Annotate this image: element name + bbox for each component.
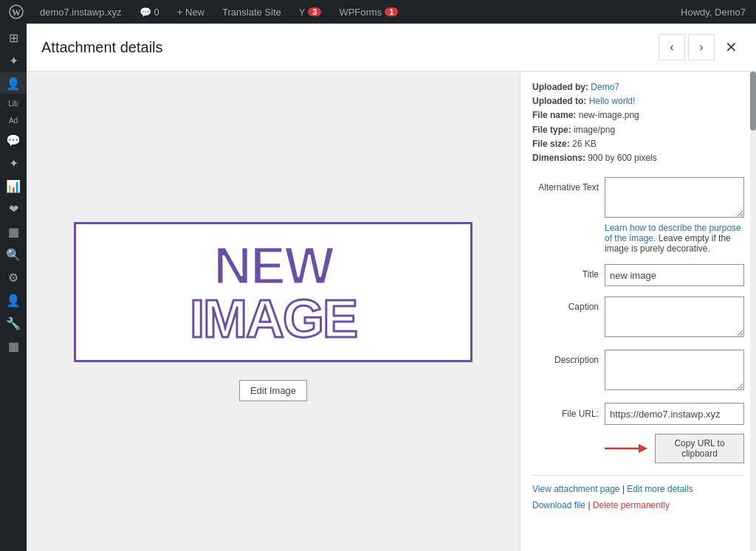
file-url-input[interactable]	[605, 403, 744, 425]
alt-text-input[interactable]	[605, 177, 744, 218]
sidebar-item-blocks[interactable]: ▦	[0, 335, 27, 356]
admin-bar: W demo7.instawp.xyz 💬 0 + New Translate …	[0, 0, 756, 24]
wp-logo-icon[interactable]: W	[6, 0, 27, 24]
grid-icon: ▦	[8, 225, 19, 239]
uploaded-to-label: Uploaded to:	[532, 96, 586, 106]
modal-header-actions: ‹ › ✕	[659, 34, 744, 60]
description-label: Description	[532, 350, 599, 367]
scrollbar-track[interactable]	[750, 72, 756, 551]
copy-url-button[interactable]: Copy URL to clipboard	[655, 434, 744, 463]
arrow-indicator	[605, 440, 649, 457]
preview-text-new: NEW	[213, 239, 333, 292]
alt-text-input-wrap: Learn how to describe the purpose of the…	[605, 177, 744, 254]
admin-bar-comments[interactable]: 💬 0	[135, 0, 164, 24]
appearance-icon: ✦	[9, 156, 18, 170]
wpforms-badge: 1	[385, 7, 398, 16]
file-name-value: new-image.png	[579, 110, 639, 120]
sidebar-item-media[interactable]: Lib	[0, 95, 27, 111]
alt-text-field: Alternative Text Learn how to describe t…	[532, 177, 744, 254]
file-name-row: File name: new-image.png	[532, 108, 744, 122]
delete-permanently-link[interactable]: Delete permanently	[593, 500, 670, 510]
content-area: Attachment details ‹ › ✕	[27, 24, 756, 551]
description-input[interactable]	[605, 350, 744, 390]
image-preview-inner: NEW IMAGE	[91, 239, 456, 345]
translate-label: Translate Site	[222, 7, 281, 18]
sidebar-item-analytics[interactable]: 📊	[0, 175, 27, 196]
admin-bar-howdy[interactable]: Howdy, Demo7	[676, 7, 750, 18]
admin-bar-site[interactable]: demo7.instawp.xyz	[35, 0, 126, 24]
media-icon: Lib	[8, 100, 18, 108]
admin-bar-wpforms[interactable]: WPForms 1	[334, 0, 402, 24]
sidebar-item-tools[interactable]: 🔧	[0, 312, 27, 333]
file-info: Uploaded by: Demo7 Uploaded to: Hello wo…	[532, 80, 744, 165]
dimensions-label: Dimensions:	[532, 153, 585, 163]
sidebar-item-settings[interactable]: ⚙	[0, 266, 27, 288]
uploaded-by-link[interactable]: Demo7	[591, 82, 619, 92]
caption-row: Caption	[532, 297, 744, 339]
howdy-text: Howdy, Demo7	[681, 7, 746, 18]
edit-more-details-link[interactable]: Edit more details	[627, 484, 693, 494]
sidebar-item-profile[interactable]: 👤	[0, 289, 27, 311]
file-url-input-wrap	[605, 403, 744, 425]
close-icon: ✕	[725, 38, 738, 56]
posts-icon: ✦	[9, 54, 18, 68]
prev-attachment-button[interactable]: ‹	[659, 34, 685, 60]
preview-text-image: IMAGE	[190, 292, 357, 345]
file-size-value: 26 KB	[572, 139, 597, 149]
yoast-badge: 3	[308, 7, 321, 16]
title-input[interactable]	[605, 264, 744, 286]
alt-text-row: Alternative Text Learn how to describe t…	[532, 177, 744, 254]
admin-bar-new[interactable]: + New	[173, 0, 209, 24]
attachment-details-panel: Uploaded by: Demo7 Uploaded to: Hello wo…	[520, 72, 756, 551]
view-attachment-link[interactable]: View attachment page	[532, 484, 620, 494]
title-row: Title	[532, 264, 744, 286]
attachment-details-modal: Attachment details ‹ › ✕	[27, 24, 756, 551]
sidebar-item-posts[interactable]: ✦	[0, 49, 27, 71]
description-input-wrap	[605, 350, 744, 392]
sidebar-item-search[interactable]: 🔍	[0, 243, 27, 265]
users-icon: 👤	[6, 77, 21, 91]
new-label: + New	[177, 7, 205, 18]
dimensions-value: 900 by 600 pixels	[588, 153, 656, 163]
yoast-label: Y	[299, 7, 306, 18]
sidebar-item-dashboard[interactable]: ⊞	[0, 27, 27, 48]
modal-close-button[interactable]: ✕	[718, 34, 744, 60]
image-preview-panel: NEW IMAGE Edit Image	[27, 72, 520, 551]
add-icon: Ad	[9, 117, 18, 125]
sidebar-item-comments[interactable]: 💬	[0, 129, 27, 150]
admin-bar-right: Howdy, Demo7	[676, 7, 750, 18]
caption-input-wrap	[605, 297, 744, 339]
sidebar-item-likes[interactable]: ❤	[0, 198, 27, 219]
dimensions-row: Dimensions: 900 by 600 pixels	[532, 151, 744, 165]
wp-layout: ⊞ ✦ 👤 Lib Ad 💬 ✦ 📊 ❤ ▦ 🔍	[0, 24, 756, 551]
admin-bar-yoast[interactable]: Y 3	[295, 0, 326, 24]
file-url-label: File URL:	[532, 409, 599, 419]
next-attachment-button[interactable]: ›	[688, 34, 715, 60]
svg-marker-3	[639, 444, 647, 453]
site-name: demo7.instawp.xyz	[40, 7, 122, 18]
sidebar-item-users[interactable]: 👤	[0, 72, 27, 94]
settings-icon: ⚙	[8, 271, 18, 285]
caption-input[interactable]	[605, 297, 744, 337]
alt-text-label: Alternative Text	[532, 177, 599, 194]
title-field: Title	[532, 264, 744, 286]
uploaded-to-link[interactable]: Hello world!	[589, 96, 636, 106]
profile-icon: 👤	[6, 294, 21, 308]
admin-bar-translate[interactable]: Translate Site	[218, 0, 286, 24]
dashboard-icon: ⊞	[9, 31, 18, 45]
uploaded-by-row: Uploaded by: Demo7	[532, 80, 744, 94]
likes-icon: ❤	[9, 202, 18, 216]
modal-body: NEW IMAGE Edit Image Uploaded by: Demo7	[27, 72, 756, 551]
uploaded-by-label: Uploaded by:	[532, 82, 588, 92]
scrollbar-thumb[interactable]	[750, 72, 756, 131]
download-file-link[interactable]: Download file	[532, 500, 585, 510]
caption-field: Caption	[532, 297, 744, 339]
edit-image-button[interactable]: Edit Image	[239, 380, 307, 401]
chevron-right-icon: ›	[699, 41, 703, 54]
file-url-row: File URL:	[532, 403, 744, 425]
sidebar-item-grid[interactable]: ▦	[0, 221, 27, 242]
sidebar-item-add[interactable]: Ad	[0, 112, 27, 128]
description-row: Description	[532, 350, 744, 392]
sidebar-item-appearance[interactable]: ✦	[0, 152, 27, 173]
file-size-row: File size: 26 KB	[532, 137, 744, 151]
